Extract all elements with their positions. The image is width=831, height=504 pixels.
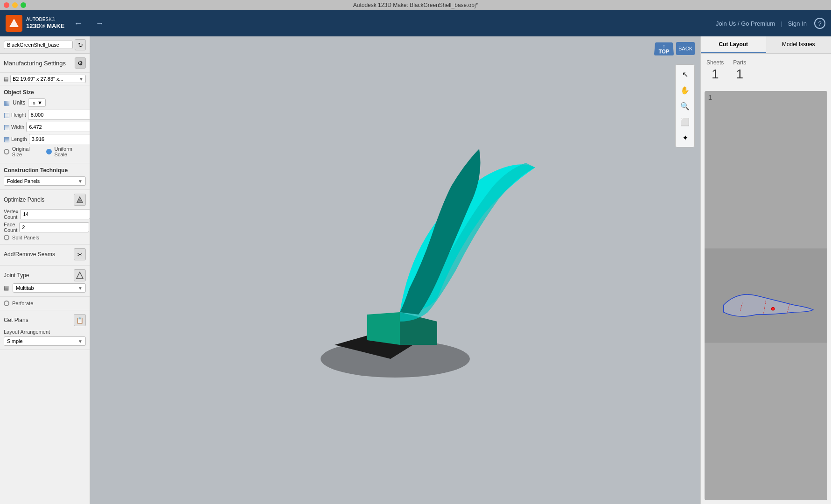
parts-label: Parts [733,59,746,66]
uniform-scale-row: Uniform Scale [46,146,86,157]
left-sidebar: BlackGreenShell_base. ↻ Manufacturing Se… [0,36,90,504]
width-input[interactable] [26,122,90,132]
back-nav-button[interactable]: ← [70,17,86,30]
original-size-row: Original Size [4,146,41,157]
material-icon: ▤ [4,76,8,82]
cursor-icon: ↖ [682,70,688,79]
joint-type-value: Multitab [16,285,34,291]
technique-dropdown[interactable]: Folded Panels ▼ [4,176,86,186]
maximize-button[interactable] [21,2,26,8]
back-view-button[interactable]: BACK [676,42,695,55]
reset-icon: ✦ [682,133,688,142]
height-row: ▤ Height ▲ ▼ [4,110,86,120]
optimize-icon [76,196,84,203]
material-dropdown[interactable]: B2 19.69" x 27.83" x... ▼ [10,75,86,83]
sheets-stat: Sheets 1 [706,59,724,82]
units-dropdown-arrow: ▼ [37,100,42,105]
cursor-tool-button[interactable]: ↖ [677,67,692,82]
material-dropdown-arrow: ▼ [79,77,84,82]
right-panel: Cut Layout Model Issues Sheets 1 Parts 1… [700,36,831,504]
units-dropdown[interactable]: in ▼ [28,98,45,107]
base-teal-left [367,312,400,345]
product-label: 123D® MAKE [26,22,65,30]
zoom-icon: 🔍 [680,102,690,111]
hand-tool-button[interactable]: ✋ [677,83,692,98]
construction-technique-section: Construction Technique Folded Panels ▼ [0,163,90,190]
tab-cut-layout[interactable]: Cut Layout [701,36,766,53]
units-value: in [31,100,35,105]
file-bar: BlackGreenShell_base. ↻ [0,36,90,54]
vertex-count-label: Vertex Count [4,209,18,220]
refresh-button[interactable]: ↻ [75,39,86,50]
construction-technique-title: Construction Technique [4,167,86,174]
traffic-lights [4,2,26,8]
optimize-panels-button[interactable] [74,194,86,206]
get-plans-row: Get Plans 📋 [4,314,86,326]
width-label-text: Width [11,124,24,130]
forward-nav-button[interactable]: → [92,17,108,30]
joint-type-dropdown[interactable]: Multitab ▼ [13,283,86,293]
vertex-count-input[interactable] [20,209,90,219]
join-us-label[interactable]: Join Us / Go Premium [716,20,775,27]
height-label: ▤ Height [4,111,26,119]
original-size-label: Original Size [12,146,41,157]
joint-type-button[interactable] [74,269,86,281]
joint-type-row: Joint Type [4,269,86,281]
sign-in-button[interactable]: Sign In [788,20,807,27]
settings-gear-button[interactable]: ⚙ [75,57,86,69]
add-remove-seams-button[interactable]: ✂ [74,248,86,260]
technique-value: Folded Panels [7,178,40,184]
material-select: ▤ B2 19.69" x 27.83" x... ▼ [4,75,86,83]
app-logo: AUTODESK® 123D® MAKE [6,15,65,32]
split-panels-checkbox[interactable] [4,235,9,240]
layout-arrangement-row: Simple ▼ [4,336,86,346]
perforate-checkbox[interactable] [4,301,9,306]
technique-row: Folded Panels ▼ [4,176,86,186]
original-size-radio[interactable] [4,149,9,154]
zoom-tool-button[interactable]: 🔍 [677,98,692,113]
help-button[interactable]: ? [814,18,825,29]
units-row: ▦ Units in ▼ [4,98,86,107]
minimize-button[interactable] [12,2,18,8]
svg-point-8 [772,308,775,310]
file-name-button[interactable]: BlackGreenShell_base. [4,41,73,49]
header-right: Join Us / Go Premium | Sign In ? [716,18,825,29]
face-count-input[interactable] [19,222,89,232]
layout-arrangement-dropdown[interactable]: Simple ▼ [4,336,86,346]
top-view-button[interactable]: ↑TOP [654,42,674,56]
refresh-icon: ↻ [78,42,83,49]
vertex-count-row: Vertex Count ▲ ▼ [4,209,86,220]
camera-icon: ⬜ [680,118,690,126]
material-value: B2 19.69" x 27.83" x... [13,76,63,82]
reset-tool-button[interactable]: ✦ [677,130,692,145]
height-icon: ▤ [4,111,10,119]
camera-tool-button[interactable]: ⬜ [677,114,692,129]
parts-stat: Parts 1 [733,59,746,82]
close-button[interactable] [4,2,9,8]
main-layout: BlackGreenShell_base. ↻ Manufacturing Se… [0,36,831,504]
svg-marker-3 [77,272,83,279]
split-panels-label: Split Panels [12,235,39,240]
get-plans-button[interactable]: 📋 [74,314,86,326]
layout-arrow: ▼ [78,339,83,344]
units-label: Units [13,99,25,106]
length-label-text: Length [11,136,27,142]
perforate-label: Perforate [12,301,33,306]
layout-arrangement-value: Simple [7,338,23,344]
logo-text: AUTODESK® 123D® MAKE [26,16,65,30]
height-input[interactable] [28,110,90,120]
optimize-panels-row: Optimize Panels [4,194,86,206]
height-label-text: Height [11,112,26,118]
joint-type-arrow: ▼ [78,286,83,291]
scissors-icon: ✂ [77,251,83,258]
joint-type-icon [76,272,84,279]
object-size-section: Object Size ▦ Units in ▼ ▤ Height ▲ [0,85,90,163]
app-header: AUTODESK® 123D® MAKE ← → Join Us / Go Pr… [0,10,831,36]
length-input[interactable] [29,134,90,144]
technique-arrow: ▼ [78,179,83,184]
tab-model-issues[interactable]: Model Issues [766,36,831,53]
face-count-label: Face Count [4,222,17,233]
length-label: ▤ Length [4,135,27,143]
optimize-panels-label: Optimize Panels [4,196,44,203]
uniform-scale-radio[interactable] [46,149,52,154]
